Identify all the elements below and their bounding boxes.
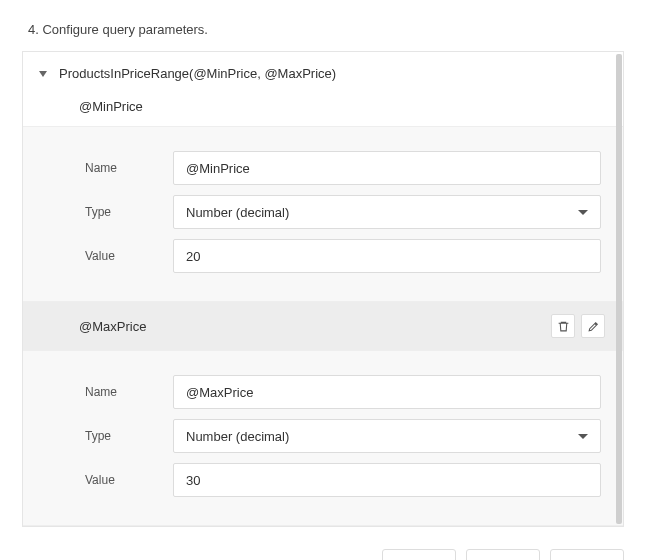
scrollbar[interactable] — [616, 54, 622, 524]
step-title: 4. Configure query parameters. — [22, 22, 624, 37]
trash-icon — [557, 320, 570, 333]
label-value: Value — [45, 249, 173, 263]
param-form-minprice: Name Type Number (decimal) Value — [23, 127, 623, 302]
param-header-minprice[interactable]: @MinPrice — [23, 91, 623, 127]
type-select-value: Number (decimal) — [186, 205, 289, 220]
label-value: Value — [45, 473, 173, 487]
name-input[interactable] — [173, 375, 601, 409]
label-type: Type — [45, 205, 173, 219]
label-name: Name — [45, 161, 173, 175]
finish-button[interactable]: Finish — [550, 549, 624, 560]
param-header-maxprice[interactable]: @MaxPrice — [23, 302, 623, 351]
label-name: Name — [45, 385, 173, 399]
param-header-actions — [551, 314, 605, 338]
value-input-field[interactable] — [186, 249, 588, 264]
type-select-value: Number (decimal) — [186, 429, 289, 444]
parameters-panel: ProductsInPriceRange(@MinPrice, @MaxPric… — [22, 51, 624, 527]
wizard-footer: Previous Next Finish — [22, 549, 624, 560]
pencil-icon — [587, 320, 600, 333]
param-header-label: @MinPrice — [79, 99, 143, 114]
previous-button[interactable]: Previous — [382, 549, 456, 560]
caret-down-icon — [39, 71, 47, 77]
chevron-down-icon — [578, 210, 588, 215]
name-input-field[interactable] — [186, 161, 588, 176]
label-type: Type — [45, 429, 173, 443]
name-input[interactable] — [173, 151, 601, 185]
value-input[interactable] — [173, 239, 601, 273]
name-input-field[interactable] — [186, 385, 588, 400]
delete-button[interactable] — [551, 314, 575, 338]
value-input[interactable] — [173, 463, 601, 497]
stored-procedure-signature: ProductsInPriceRange(@MinPrice, @MaxPric… — [59, 66, 336, 81]
type-select[interactable]: Number (decimal) — [173, 419, 601, 453]
edit-button[interactable] — [581, 314, 605, 338]
param-header-label: @MaxPrice — [79, 319, 146, 334]
chevron-down-icon — [578, 434, 588, 439]
next-button: Next — [466, 549, 540, 560]
param-form-maxprice: Name Type Number (decimal) Value — [23, 351, 623, 526]
value-input-field[interactable] — [186, 473, 588, 488]
type-select[interactable]: Number (decimal) — [173, 195, 601, 229]
stored-procedure-header[interactable]: ProductsInPriceRange(@MinPrice, @MaxPric… — [23, 52, 623, 91]
